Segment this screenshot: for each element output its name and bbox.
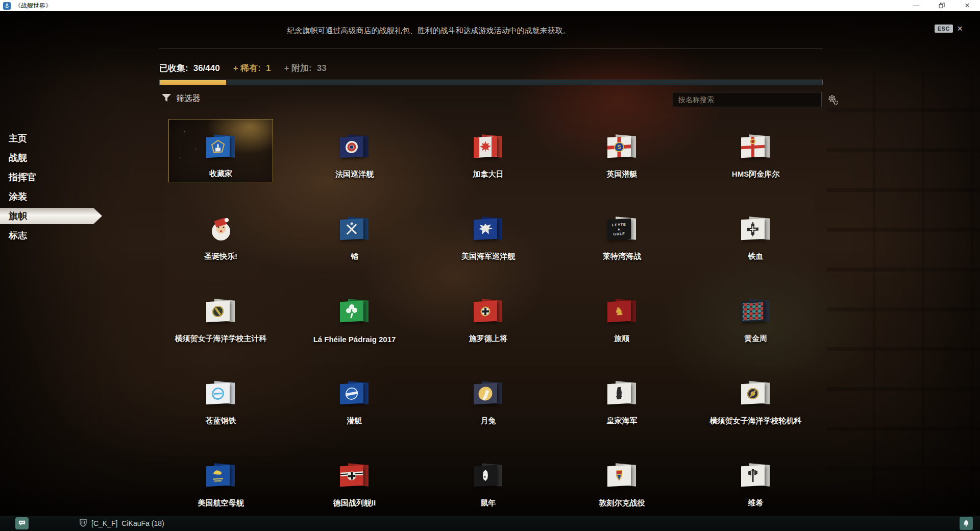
- flag-tile[interactable]: 法国巡洋舰: [302, 119, 407, 182]
- restore-button[interactable]: [929, 0, 954, 11]
- flag-front-panel: [340, 219, 363, 240]
- flag-emblem: [350, 313, 353, 318]
- flag-tile[interactable]: 鼠年: [436, 448, 541, 511]
- sidebar-item-flags[interactable]: 旗帜: [0, 208, 107, 224]
- flag-label: 加拿大日: [473, 170, 504, 179]
- rare-value: 1: [266, 63, 271, 74]
- sidebar-item-ships[interactable]: 战舰: [0, 148, 107, 167]
- flag-tile[interactable]: S英国潜艇: [570, 119, 674, 182]
- minimize-button[interactable]: —: [903, 0, 929, 11]
- flag-tile[interactable]: 皇家海军: [570, 366, 674, 429]
- flag-tile[interactable]: Lá Fhéile Pádraig 2017: [302, 283, 407, 347]
- flag-label: 莱特湾海战: [603, 252, 641, 261]
- window-titlebar: 《战舰世界》 — ×: [0, 0, 980, 11]
- flag-image: [741, 135, 771, 160]
- notice-text: 纪念旗帜可通过高级商店的战舰礼包、胜利的战斗和达成游戏活动中的成就来获取。: [0, 26, 857, 36]
- flag-label: 皇家海军: [607, 416, 638, 426]
- flag-tile[interactable]: HMS阿金库尔: [703, 119, 808, 182]
- flag-tile[interactable]: 黄金周: [703, 283, 808, 347]
- flag-image: [340, 300, 370, 324]
- flag-label: 黄金周: [744, 334, 767, 344]
- flag-tile[interactable]: 维希: [703, 448, 808, 511]
- flag-image: [607, 382, 637, 406]
- flag-label: 德国战列舰II: [333, 498, 376, 508]
- collection-stats: 已收集: 36/440 + 稀有: 1 + 附加: 33: [159, 62, 327, 74]
- flag-tile[interactable]: 加拿大日: [436, 119, 541, 182]
- flag-front-panel: [474, 219, 497, 240]
- sidebar-item-camouflage[interactable]: 涂装: [0, 187, 107, 206]
- flag-label: 旅顺: [615, 334, 630, 344]
- notifications-bell-button[interactable]: [960, 517, 973, 530]
- flag-image: [741, 218, 771, 242]
- flag-image: S: [607, 135, 637, 160]
- flag-front-panel: [206, 136, 230, 158]
- flag-image: [340, 382, 370, 406]
- flag-emblem: [751, 469, 754, 471]
- collection-progress-fill: [160, 80, 226, 85]
- flag-tile[interactable]: 铁血: [703, 201, 808, 264]
- flag-image: [206, 218, 236, 242]
- flag-label: 锚: [351, 252, 358, 261]
- flag-tile[interactable]: LEYTE★GULF莱特湾海战: [570, 201, 674, 264]
- flag-emblem: [484, 476, 485, 477]
- flag-tile[interactable]: 施罗德上将: [436, 283, 541, 347]
- chat-button[interactable]: [15, 517, 29, 529]
- extra-value: 33: [317, 63, 327, 74]
- flag-tile[interactable]: 德国战列舰II: [302, 448, 407, 511]
- flag-front-panel: [741, 383, 765, 404]
- flag-image: [741, 464, 771, 489]
- close-button[interactable]: ×: [954, 0, 980, 11]
- clan-emblem-icon: [79, 518, 87, 529]
- flag-tile[interactable]: 苍蓝钢铁: [168, 366, 273, 429]
- window-title: 《战舰世界》: [15, 2, 52, 10]
- flag-emblem: [482, 308, 489, 316]
- sidebar-item-commanders[interactable]: 指挥官: [0, 167, 107, 187]
- close-panel-icon[interactable]: ×: [957, 23, 963, 33]
- flag-front-panel: [474, 383, 497, 404]
- filter-button[interactable]: 筛选器: [158, 93, 204, 105]
- sidebar-item-emblems[interactable]: 标志: [0, 226, 107, 245]
- flag-front-panel: [607, 383, 631, 404]
- flag-front-panel: [474, 136, 497, 158]
- flag-tile[interactable]: 圣诞快乐!: [168, 201, 273, 264]
- flag-emblem: LEYTE★GULF: [607, 222, 631, 236]
- flag-image: [206, 135, 236, 160]
- flag-tile[interactable]: ♞旅顺: [570, 283, 674, 347]
- flag-tile[interactable]: 潜艇: [302, 366, 407, 429]
- flag-emblem: [223, 227, 224, 228]
- sidebar-item-home[interactable]: 主页: [0, 129, 107, 148]
- flag-front-panel: [340, 136, 363, 158]
- flag-label: 维希: [748, 498, 764, 508]
- search-settings-gear-icon[interactable]: [827, 94, 839, 108]
- funnel-icon: [161, 93, 172, 104]
- flags-grid: 收藏家法国巡洋舰加拿大日S英国潜艇HMS阿金库尔圣诞快乐!锚美国海军巡洋舰LEY…: [168, 119, 808, 511]
- flag-tile[interactable]: 横须贺女子海洋学校主计科: [168, 283, 273, 347]
- flag-image: [340, 218, 370, 242]
- flag-emblem: [743, 302, 763, 321]
- flag-emblem: [483, 397, 486, 400]
- flag-tile[interactable]: 月兔: [436, 366, 541, 429]
- sidebar-nav: 主页战舰指挥官涂装旗帜标志: [0, 129, 107, 245]
- flag-image: ♞: [607, 300, 637, 324]
- sidebar-item-label: 战舰: [9, 152, 27, 164]
- flag-front-panel: ♞: [607, 301, 631, 322]
- flag-emblem: [217, 227, 219, 228]
- flag-front-panel: [340, 301, 363, 322]
- sidebar-item-label: 标志: [9, 229, 27, 242]
- flag-tile[interactable]: 收藏家: [168, 119, 273, 182]
- sidebar-item-label: 涂装: [9, 190, 27, 203]
- flag-tile[interactable]: 敦刻尔克战役: [570, 448, 674, 511]
- search-input[interactable]: [673, 92, 822, 107]
- flag-label: 敦刻尔克战役: [599, 498, 645, 508]
- flag-tile[interactable]: 美国海军巡洋舰: [436, 201, 541, 264]
- flag-tile[interactable]: 横须贺女子海洋学校轮机科: [703, 366, 808, 429]
- port-screen: 纪念旗帜可通过高级商店的战舰礼包、胜利的战斗和达成游戏活动中的成就来获取。 ES…: [0, 11, 980, 531]
- flag-tile[interactable]: 锚: [302, 201, 407, 264]
- collected-label: 已收集:: [159, 62, 188, 74]
- flag-label: 鼠年: [481, 498, 496, 508]
- flag-front-panel: [741, 136, 765, 158]
- flag-front-panel: [607, 465, 631, 487]
- sidebar-item-label: 旗帜: [9, 210, 27, 222]
- flag-tile[interactable]: 美国航空母舰: [168, 448, 273, 511]
- flag-emblem: [349, 304, 354, 310]
